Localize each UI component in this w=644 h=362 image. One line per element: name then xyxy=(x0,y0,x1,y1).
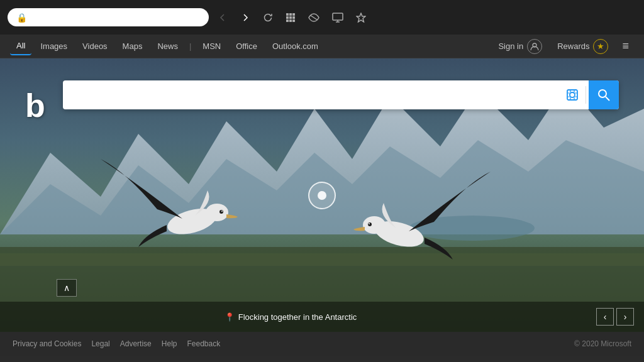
caption-bar: 📍 Flocking together in the Antarctic ‹ › xyxy=(0,302,644,332)
caption-next-button[interactable]: › xyxy=(616,308,634,326)
svg-point-30 xyxy=(570,92,575,97)
footer-privacy[interactable]: Privacy and Cookies xyxy=(13,339,81,348)
apps-button[interactable] xyxy=(282,9,299,26)
footer-copyright: © 2020 Microsoft xyxy=(574,339,631,348)
caption-text: Flocking together in the Antarctic xyxy=(238,312,357,322)
forward-button[interactable] xyxy=(236,9,254,26)
svg-rect-8 xyxy=(292,19,295,22)
browser-chrome: 🔒 bing.com xyxy=(0,0,644,35)
rewards-icon: ★ xyxy=(593,39,608,54)
svg-point-21 xyxy=(165,204,219,239)
nav-link-videos[interactable]: Videos xyxy=(76,38,114,55)
footer: Privacy and Cookies Legal Advertise Help… xyxy=(0,332,644,356)
search-divider xyxy=(586,86,586,104)
svg-rect-0 xyxy=(286,13,289,16)
nav-link-outlook[interactable]: Outlook.com xyxy=(266,38,325,55)
footer-help[interactable]: Help xyxy=(162,339,177,348)
search-input[interactable] xyxy=(70,80,562,109)
nav-bar: All Images Videos Maps News | MSN Office… xyxy=(0,35,644,58)
svg-point-27 xyxy=(368,222,372,226)
favorites-button[interactable] xyxy=(352,9,370,26)
nav-link-news[interactable]: News xyxy=(151,38,184,55)
svg-rect-5 xyxy=(292,16,295,19)
rewards-label: Rewards xyxy=(557,41,589,51)
footer-feedback[interactable]: Feedback xyxy=(187,339,220,348)
svg-rect-6 xyxy=(286,19,289,22)
svg-line-9 xyxy=(310,15,318,20)
nav-link-all[interactable]: All xyxy=(10,37,31,55)
main-content: b ∧ 📍 Flo xyxy=(0,58,644,332)
play-button[interactable] xyxy=(308,182,336,209)
nav-link-msn[interactable]: MSN xyxy=(196,38,227,55)
svg-point-25 xyxy=(372,217,427,251)
refresh-button[interactable] xyxy=(259,9,277,26)
sign-in-button[interactable]: Sign in xyxy=(492,36,548,57)
footer-links: Privacy and Cookies Legal Advertise Help… xyxy=(13,339,220,348)
search-button[interactable] xyxy=(589,80,619,109)
back-button[interactable] xyxy=(214,9,231,26)
bing-logo: b xyxy=(25,87,45,124)
caption-navigation: ‹ › xyxy=(596,308,634,326)
svg-rect-7 xyxy=(289,19,292,22)
rewards-button[interactable]: Rewards ★ xyxy=(551,36,614,57)
svg-rect-19 xyxy=(0,253,644,266)
avatar-icon xyxy=(527,39,542,54)
svg-point-24 xyxy=(221,211,223,212)
search-box xyxy=(63,80,619,109)
svg-rect-29 xyxy=(567,90,577,100)
svg-point-28 xyxy=(369,223,370,224)
scroll-up-button[interactable]: ∧ xyxy=(57,279,77,297)
svg-rect-4 xyxy=(289,16,292,19)
nav-divider: | xyxy=(187,41,194,51)
svg-point-31 xyxy=(599,90,606,97)
sign-in-label: Sign in xyxy=(498,41,523,51)
eye-button[interactable] xyxy=(304,9,323,26)
svg-rect-3 xyxy=(286,16,289,19)
footer-advertise[interactable]: Advertise xyxy=(120,339,152,348)
nav-link-office[interactable]: Office xyxy=(230,38,264,55)
caption-prev-button[interactable]: ‹ xyxy=(596,308,614,326)
address-bar: 🔒 bing.com xyxy=(8,8,209,26)
url-input[interactable]: bing.com xyxy=(32,12,183,23)
svg-rect-2 xyxy=(292,13,295,16)
lock-icon: 🔒 xyxy=(16,13,27,23)
search-container xyxy=(63,80,619,109)
svg-rect-1 xyxy=(289,13,292,16)
monitor-button[interactable] xyxy=(328,9,347,26)
svg-rect-10 xyxy=(333,13,343,20)
nav-link-maps[interactable]: Maps xyxy=(116,38,149,55)
location-icon: 📍 xyxy=(225,312,235,322)
svg-point-26 xyxy=(363,216,386,234)
visual-search-button[interactable] xyxy=(562,88,583,102)
svg-marker-13 xyxy=(357,13,365,22)
caption-location: 📍 Flocking together in the Antarctic xyxy=(225,312,357,322)
hamburger-button[interactable]: ≡ xyxy=(617,36,634,56)
nav-link-images[interactable]: Images xyxy=(34,38,74,55)
svg-point-23 xyxy=(219,210,223,214)
svg-line-32 xyxy=(606,97,609,101)
footer-legal[interactable]: Legal xyxy=(91,339,109,348)
svg-point-20 xyxy=(409,216,535,241)
svg-point-22 xyxy=(206,204,228,221)
